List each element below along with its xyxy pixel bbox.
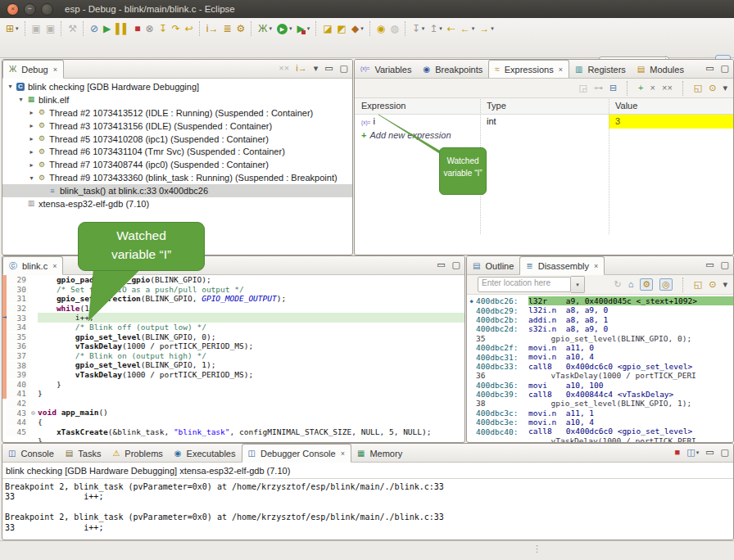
tree-row[interactable]: ▸⚙Thread #7 1073408744 (ipc0) (Suspended… xyxy=(2,158,352,171)
disassembly-row[interactable]: vTaskDelay(1000 / portTICK_PERI xyxy=(467,436,733,443)
save-button[interactable]: ▣ xyxy=(29,20,43,37)
view-menu-button[interactable]: ▾ xyxy=(723,84,727,93)
disassembly-row[interactable]: 35 gpio_set_level(BLINK_GPIO, 0); xyxy=(467,334,733,343)
code-text[interactable]: vTaskDelay(1000 / portTICK_PERIOD_MS); xyxy=(38,370,464,380)
step-into-button[interactable]: ↧ xyxy=(156,20,170,37)
line-number[interactable]: 40 xyxy=(7,380,29,389)
maximize-button[interactable] xyxy=(41,3,53,16)
remove-all-expressions-button[interactable]: ×× xyxy=(662,84,673,93)
line-number[interactable]: 29 xyxy=(7,275,29,284)
external-tools-button[interactable]: ▶▾ xyxy=(294,20,312,37)
tree-row[interactable]: ▸⚙Thread #2 1073413512 (IDLE : Running) … xyxy=(2,106,352,120)
tree-row[interactable]: ▾▦blink.elf xyxy=(2,93,352,106)
code-text[interactable]: /* Blink on (output high) */ xyxy=(38,351,464,361)
debug-launch-button[interactable]: Ж▾ xyxy=(256,20,274,37)
line-number[interactable]: 35 xyxy=(7,332,29,341)
forward-button[interactable]: →▾ xyxy=(477,20,496,37)
line-number[interactable]: 41 xyxy=(7,389,29,398)
disassembly-row[interactable]: 36 vTaskDelay(1000 / portTICK_PERI xyxy=(467,371,733,380)
minimize-button[interactable]: − xyxy=(24,3,36,16)
close-icon[interactable]: × xyxy=(53,65,57,74)
tab-console[interactable]: ◫Console xyxy=(2,445,60,462)
line-number[interactable]: 37 xyxy=(7,351,29,360)
last-edit-location-button[interactable]: ⇠ xyxy=(445,20,458,37)
run-launch-button[interactable]: ▶▾ xyxy=(274,20,295,37)
minimize-button[interactable]: ▭ xyxy=(324,64,333,73)
previous-annotation-button[interactable]: ↥▾ xyxy=(427,20,445,37)
code-text[interactable]: gpio_pad_select_gpio(BLINK_GPIO); xyxy=(38,275,464,285)
maximize-button[interactable]: ▢ xyxy=(340,64,348,73)
search-button[interactable]: ◉ xyxy=(374,20,387,37)
instruction-stepping-button[interactable]: i→ xyxy=(204,20,221,37)
new-source-file-button[interactable]: ◆▾ xyxy=(349,20,366,37)
open-task-button[interactable]: ◪ xyxy=(320,20,334,37)
minimize-button[interactable]: ▭ xyxy=(705,260,714,269)
pin-view-button[interactable]: ⊙ xyxy=(709,280,716,289)
tab-outline[interactable]: ▤Outline xyxy=(467,257,519,274)
remove-all-terminated-button[interactable]: ×× xyxy=(279,64,289,73)
suspend-button[interactable]: ▌▌ xyxy=(113,20,132,37)
column-header-type[interactable]: Type xyxy=(480,98,609,114)
terminate-console-button[interactable]: ■ xyxy=(675,448,681,457)
tab-breakpoints[interactable]: ◉Breakpoints xyxy=(417,61,488,78)
skip-all-breakpoints-button[interactable]: ⊘ xyxy=(88,20,101,37)
line-number[interactable]: 45 xyxy=(7,427,29,436)
code-text[interactable]: } xyxy=(38,380,464,390)
tab-debugger-console[interactable]: ◫Debugger Console× xyxy=(242,444,351,463)
tab-disassembly[interactable]: ≣Disassembly× xyxy=(519,256,605,275)
close-icon[interactable]: × xyxy=(52,262,57,270)
new-wizard-button[interactable]: ⊞▾ xyxy=(3,20,21,37)
show-source-toggle[interactable]: ⚙ xyxy=(640,278,653,291)
maximize-button[interactable]: ▢ xyxy=(721,64,729,73)
terminate-button[interactable]: ■ xyxy=(132,20,143,37)
line-number[interactable]: 44 xyxy=(7,418,29,427)
code-text[interactable]: i++; xyxy=(38,313,464,323)
collapse-all-button[interactable]: ⊟ xyxy=(609,84,617,93)
line-number[interactable]: 30 xyxy=(7,285,29,294)
view-menu-button[interactable]: ▾ xyxy=(314,64,319,73)
code-text[interactable]: /* Blink off (output low) */ xyxy=(38,323,464,332)
home-button[interactable]: ⌂ xyxy=(628,280,634,289)
tree-row[interactable]: ▾Cblink checking [GDB Hardware Debugging… xyxy=(2,80,352,93)
resume-button[interactable]: ▶ xyxy=(101,20,113,37)
minimize-button[interactable]: ▭ xyxy=(705,448,714,457)
disassembly-row[interactable]: ◆400dbc26:l32r a9, 0x400d045c <_stext+10… xyxy=(467,296,733,305)
open-type-button[interactable]: ◍ xyxy=(387,20,401,37)
line-number[interactable]: 42 xyxy=(7,399,29,408)
minimize-button[interactable]: ▭ xyxy=(705,64,714,73)
tree-row[interactable]: ▥xtensa-esp32-elf-gdb (7.10) xyxy=(2,197,352,210)
refresh-button[interactable]: ↻ xyxy=(614,280,621,289)
line-number[interactable]: 33 xyxy=(7,314,29,323)
instruction-stepping-toggle[interactable]: i→ xyxy=(296,64,306,73)
line-number[interactable]: 32 xyxy=(7,304,29,313)
column-header-expression[interactable]: Expression xyxy=(355,98,480,114)
open-resource-button[interactable]: ◩ xyxy=(335,20,349,37)
code-text[interactable]: { xyxy=(38,418,464,427)
tab-memory[interactable]: ▦Memory xyxy=(351,445,408,462)
expander-icon[interactable]: ▾ xyxy=(16,96,25,103)
minimize-button[interactable]: ▭ xyxy=(437,260,445,269)
tab-debug[interactable]: ЖDebug× xyxy=(2,60,64,79)
tree-row[interactable]: ▸⚙Thread #3 1073413156 (IDLE) (Suspended… xyxy=(2,120,352,133)
maximize-button[interactable]: ▢ xyxy=(452,260,460,269)
disassembly-row[interactable]: 400dbc2d:s32i.n a8, a9, 0 xyxy=(467,324,733,333)
expander-icon[interactable]: ▸ xyxy=(27,109,36,116)
code-text[interactable]: } xyxy=(38,389,464,399)
code-text[interactable]: void app_main() xyxy=(38,408,464,418)
code-text[interactable]: xTaskCreate(&blink_task, "blink_task", c… xyxy=(38,427,464,437)
code-text[interactable]: } xyxy=(38,436,464,443)
save-all-button[interactable]: ▣ xyxy=(43,20,57,37)
tree-row[interactable]: ▸⚙Thread #5 1073410208 (ipc1) (Suspended… xyxy=(2,133,352,146)
tree-row[interactable]: ▾⚙Thread #9 1073433360 (blink_task : Run… xyxy=(2,171,352,184)
display-selected-console-button[interactable]: ◫▾ xyxy=(686,448,699,457)
step-over-button[interactable]: ↷ xyxy=(170,20,183,37)
tab-variables[interactable]: (x)=Variables xyxy=(355,61,417,78)
console-output[interactable]: Breakpoint 2, blink_task (pvParameter=0x… xyxy=(2,479,733,533)
view-menu-button[interactable]: ▾ xyxy=(723,280,727,289)
tab-modules[interactable]: ▤Modules xyxy=(632,61,690,78)
disconnect-button[interactable]: ⊗ xyxy=(143,20,156,37)
maximize-button[interactable]: ▢ xyxy=(721,448,729,457)
close-icon[interactable]: × xyxy=(559,65,563,74)
close-button[interactable]: × xyxy=(7,3,19,16)
code-text[interactable]: while(1) xyxy=(38,304,464,314)
